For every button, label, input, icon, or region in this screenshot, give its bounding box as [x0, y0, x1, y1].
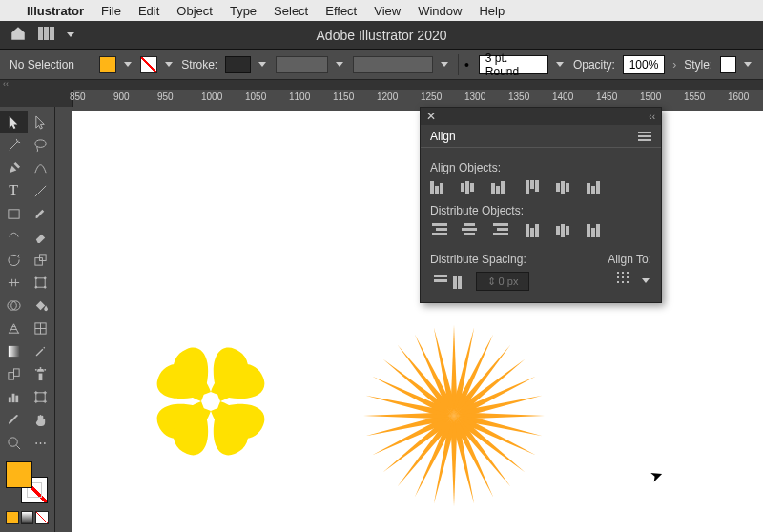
- dist-hcenter-icon[interactable]: [556, 223, 573, 237]
- hearts-shape[interactable]: [111, 301, 311, 501]
- dist-right-icon[interactable]: [587, 223, 604, 237]
- gradient-mode[interactable]: [21, 511, 34, 524]
- home-icon[interactable]: [10, 25, 27, 46]
- menu-window[interactable]: Window: [418, 4, 462, 18]
- slice-tool[interactable]: [0, 408, 28, 431]
- line-tool[interactable]: [28, 179, 55, 202]
- panel-close-icon[interactable]: ✕: [426, 110, 436, 123]
- fill-stroke-indicator[interactable]: [0, 460, 54, 507]
- magic-wand-tool[interactable]: [0, 133, 28, 156]
- dist-left-icon[interactable]: [526, 223, 543, 237]
- type-tool[interactable]: T: [0, 179, 28, 202]
- starburst-shape[interactable]: [359, 320, 549, 511]
- panel-menu-icon[interactable]: [638, 132, 651, 141]
- brush-dd[interactable]: [441, 60, 450, 70]
- width-profile[interactable]: 3 pt. Round: [479, 55, 548, 74]
- spacing-value-field[interactable]: ⇕0 px: [476, 272, 529, 291]
- toolbox: T: [0, 107, 55, 532]
- panel-collapse-icon[interactable]: ‹‹: [649, 112, 655, 122]
- free-transform-tool[interactable]: [28, 271, 55, 294]
- horizontal-ruler[interactable]: 8509009501000105011001150120012501300135…: [72, 90, 763, 107]
- dist-vspace-icon[interactable]: [430, 275, 447, 289]
- menu-app[interactable]: Illustrator: [27, 4, 84, 18]
- align-left-icon[interactable]: [430, 180, 447, 194]
- mesh-tool[interactable]: [28, 317, 55, 339]
- align-vcenter-icon[interactable]: [556, 180, 573, 194]
- stroke-dropdown[interactable]: [165, 60, 175, 70]
- edit-toolbar[interactable]: ⋯: [28, 431, 55, 454]
- stroke-weight-field[interactable]: [225, 56, 251, 73]
- svg-rect-4: [9, 209, 19, 217]
- blend-tool[interactable]: [0, 362, 28, 385]
- color-mode[interactable]: [6, 511, 19, 524]
- dist-vcenter-icon[interactable]: [461, 223, 478, 237]
- opacity-more[interactable]: ›: [672, 58, 676, 72]
- live-paint-tool[interactable]: [28, 294, 55, 317]
- svg-point-11: [45, 286, 47, 288]
- fill-dropdown[interactable]: [124, 60, 134, 70]
- menu-effect[interactable]: Effect: [325, 4, 357, 18]
- shape-builder-tool[interactable]: [0, 294, 28, 317]
- pen-tool[interactable]: [0, 156, 28, 179]
- none-mode[interactable]: [35, 511, 49, 524]
- brush-definition[interactable]: [353, 56, 433, 73]
- eyedropper-tool[interactable]: [28, 339, 55, 362]
- menu-file[interactable]: File: [101, 4, 121, 18]
- align-bottom-icon[interactable]: [587, 180, 604, 194]
- menu-type[interactable]: Type: [230, 4, 257, 18]
- stroke-profile[interactable]: [276, 56, 329, 73]
- stroke-weight-dd[interactable]: [258, 60, 268, 70]
- direct-selection-tool[interactable]: [28, 111, 55, 133]
- svg-point-26: [9, 437, 17, 445]
- rectangle-tool[interactable]: [0, 202, 28, 225]
- hand-tool[interactable]: [28, 408, 55, 431]
- menu-view[interactable]: View: [374, 4, 401, 18]
- align-to-dropdown[interactable]: [642, 276, 651, 286]
- panel-title[interactable]: Align: [430, 130, 456, 143]
- align-top-icon[interactable]: [526, 180, 543, 194]
- gradient-tool[interactable]: [0, 339, 28, 362]
- fill-swatch[interactable]: [99, 56, 115, 73]
- arrange-docs-icon[interactable]: [38, 27, 55, 44]
- eraser-tool[interactable]: [28, 225, 55, 248]
- lasso-tool[interactable]: [28, 133, 55, 156]
- tab-collapse-icon[interactable]: ‹‹: [3, 79, 9, 89]
- artboard-tool[interactable]: [28, 385, 55, 408]
- paintbrush-tool[interactable]: [28, 202, 55, 225]
- menu-help[interactable]: Help: [479, 4, 505, 18]
- rotate-tool[interactable]: [0, 248, 28, 271]
- menu-object[interactable]: Object: [176, 4, 213, 18]
- width-tool[interactable]: [0, 271, 28, 294]
- fill-indicator[interactable]: [6, 461, 32, 488]
- menu-select[interactable]: Select: [274, 4, 308, 18]
- dist-bottom-icon[interactable]: [491, 223, 508, 237]
- perspective-grid-tool[interactable]: [0, 317, 28, 339]
- dist-hspace-icon[interactable]: [453, 275, 470, 289]
- svg-rect-23: [11, 393, 14, 401]
- opacity-field[interactable]: 100%: [623, 55, 665, 74]
- stroke-profile-dd[interactable]: [336, 60, 345, 70]
- align-hcenter-icon[interactable]: [461, 180, 478, 194]
- align-to-icon[interactable]: [617, 272, 636, 291]
- stroke-swatch[interactable]: [140, 56, 156, 73]
- column-graph-tool[interactable]: [0, 385, 28, 408]
- shaper-tool[interactable]: [0, 225, 28, 248]
- zoom-tool[interactable]: [0, 431, 28, 454]
- selection-tool[interactable]: [0, 111, 28, 133]
- graphic-style-swatch[interactable]: [720, 56, 736, 73]
- mac-menu-bar: Illustrator File Edit Object Type Select…: [0, 0, 763, 21]
- align-panel[interactable]: ✕ ‹‹ Align Align Objects: Distribute Obj…: [420, 107, 662, 303]
- scale-tool[interactable]: [28, 248, 55, 271]
- separator: [458, 54, 459, 75]
- align-right-icon[interactable]: [491, 180, 508, 194]
- vertical-ruler[interactable]: [55, 107, 72, 532]
- svg-point-19: [35, 368, 37, 370]
- menu-edit[interactable]: Edit: [138, 4, 159, 18]
- curvature-tool[interactable]: [28, 156, 55, 179]
- svg-rect-15: [9, 345, 19, 356]
- arrange-docs-dropdown[interactable]: [67, 31, 76, 40]
- width-profile-dd[interactable]: [556, 60, 566, 70]
- graphic-style-dd[interactable]: [744, 60, 753, 70]
- symbol-sprayer-tool[interactable]: [28, 362, 55, 385]
- dist-top-icon[interactable]: [430, 223, 447, 237]
